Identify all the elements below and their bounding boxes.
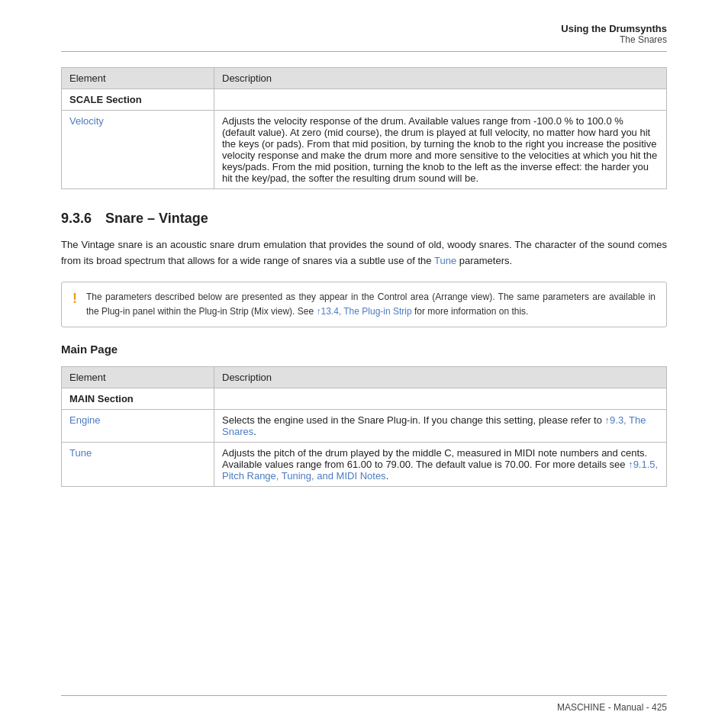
tune-table-link[interactable]: Tune — [69, 447, 92, 459]
page-footer: MASCHINE - Manual - 425 — [61, 695, 667, 713]
page-container: Using the Drumsynths The Snares Element … — [0, 0, 728, 539]
tune-description: Adjusts the pitch of the drum played by … — [214, 442, 667, 486]
note-text2: for more information on this. — [412, 306, 529, 317]
table-row: SCALE Section — [62, 89, 667, 111]
header-subtitle: The Snares — [61, 34, 667, 45]
engine-description: Selects the engine used in the Snare Plu… — [214, 409, 667, 442]
engine-link[interactable]: Engine — [69, 414, 100, 426]
engine-text-suffix: . — [253, 426, 256, 437]
note-text-content: The parameters described below are prese… — [86, 290, 656, 319]
note-box: ! The parameters described below are pre… — [61, 282, 667, 327]
table-scale: Element Description SCALE Section Veloci… — [61, 67, 667, 189]
tune-link[interactable]: Tune — [434, 255, 456, 266]
velocity-description: Adjusts the velocity response of the dru… — [214, 111, 667, 189]
tune-label: Tune — [62, 442, 214, 486]
table1-col2-header: Description — [214, 68, 667, 89]
table2-col2-header: Description — [214, 366, 667, 388]
tune-text-suffix: . — [386, 470, 389, 482]
table2-col1-header: Element — [62, 366, 214, 388]
header-title: Using the Drumsynths — [61, 23, 667, 34]
section-number: 9.3.6 — [61, 211, 92, 226]
intro-text1: The Vintage snare is an acoustic snare d… — [61, 239, 667, 266]
section-title: Snare – Vintage — [105, 211, 208, 226]
intro-paragraph: The Vintage snare is an acoustic snare d… — [61, 237, 667, 269]
engine-label: Engine — [62, 409, 214, 442]
engine-text-prefix: Selects the engine used in the Snare Plu… — [222, 414, 605, 426]
table-main: Element Description MAIN Section Engine … — [61, 366, 667, 487]
table1-col1-header: Element — [62, 68, 214, 89]
table-row: Tune Adjusts the pitch of the drum playe… — [62, 442, 667, 486]
scale-section-label: SCALE Section — [62, 89, 214, 111]
velocity-label: Velocity — [62, 111, 214, 189]
warning-icon: ! — [72, 291, 77, 307]
note-link[interactable]: ↑13.4, The Plug-in Strip — [316, 306, 411, 317]
footer-text: MASCHINE - Manual - 425 — [557, 702, 667, 713]
tune-text-prefix: Adjusts the pitch of the drum played by … — [222, 447, 647, 470]
page-header: Using the Drumsynths The Snares — [61, 23, 667, 52]
intro-text2: parameters. — [456, 255, 512, 266]
main-page-heading: Main Page — [61, 343, 667, 356]
table-row: Velocity Adjusts the velocity response o… — [62, 111, 667, 189]
velocity-link[interactable]: Velocity — [69, 115, 104, 127]
table-row: Engine Selects the engine used in the Sn… — [62, 409, 667, 442]
section-936-heading: 9.3.6Snare – Vintage — [61, 211, 667, 227]
table-row: MAIN Section — [62, 388, 667, 409]
main-section-label: MAIN Section — [62, 388, 214, 409]
